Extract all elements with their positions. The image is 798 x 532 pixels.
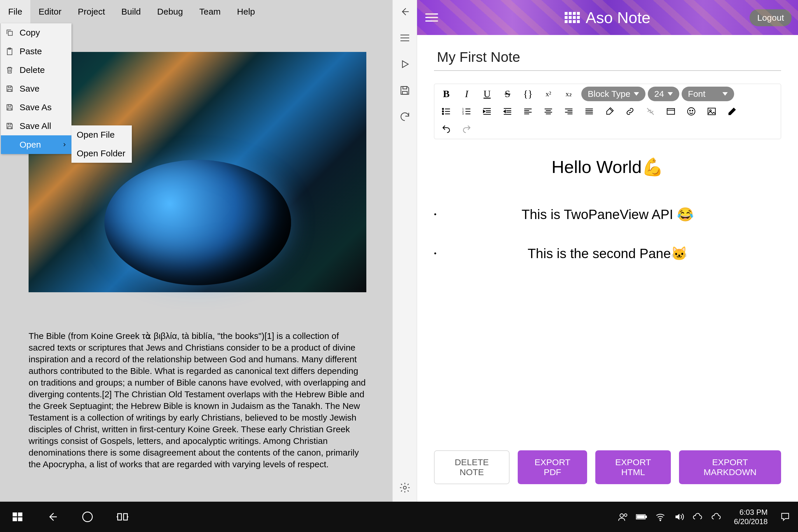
align-left-button[interactable]: [518, 103, 538, 119]
font-select[interactable]: Font: [682, 87, 734, 101]
font-size-select[interactable]: 24: [648, 87, 679, 101]
refresh-icon[interactable]: [398, 110, 412, 124]
settings-icon[interactable]: [398, 481, 412, 495]
subscript-button[interactable]: x₂: [558, 86, 579, 102]
file-delete[interactable]: Delete: [1, 61, 72, 79]
open-submenu: Open File Open Folder: [72, 126, 132, 163]
delete-note-button[interactable]: DELETE NOTE: [434, 450, 510, 484]
play-icon[interactable]: [398, 57, 412, 71]
logout-button[interactable]: Logout: [749, 10, 792, 26]
nebula-image: [28, 52, 366, 292]
svg-point-28: [83, 512, 93, 522]
image-button[interactable]: [701, 103, 722, 119]
hamburger-icon[interactable]: [425, 11, 438, 24]
center-toolstrip: [393, 0, 417, 502]
align-justify-button[interactable]: [579, 103, 600, 119]
file-save-as[interactable]: Save As: [1, 98, 72, 117]
menu-help[interactable]: Help: [229, 0, 263, 23]
svg-rect-3: [8, 89, 12, 91]
redo-button[interactable]: [456, 121, 477, 137]
svg-rect-8: [8, 124, 11, 125]
action-center-icon[interactable]: [778, 510, 792, 524]
file-save[interactable]: Save: [1, 79, 72, 98]
file-dropdown: Copy Paste Delete Save Save As Save All …: [1, 23, 72, 154]
menu-file[interactable]: File: [0, 0, 30, 23]
outdent-button[interactable]: [497, 103, 518, 119]
svg-rect-29: [118, 514, 121, 520]
align-center-button[interactable]: [538, 103, 558, 119]
clock[interactable]: 6:03 PM 6/20/2018: [728, 508, 774, 526]
dropdown-icon: [668, 92, 673, 96]
block-type-select[interactable]: Block Type: [581, 87, 645, 101]
open-file[interactable]: Open File: [72, 126, 132, 144]
copy-icon: [5, 28, 14, 37]
unlink-button[interactable]: [640, 103, 661, 119]
emoji-button[interactable]: [681, 103, 701, 119]
label: Block Type: [588, 89, 630, 99]
italic-button[interactable]: I: [456, 86, 477, 102]
indent-button[interactable]: [477, 103, 497, 119]
menu-build[interactable]: Build: [113, 0, 149, 23]
editor-content[interactable]: Hello World💪 This is TwoPaneView API 😂 T…: [434, 157, 781, 285]
export-pdf-button[interactable]: EXPORT PDF: [518, 450, 587, 484]
task-view-button[interactable]: [105, 502, 140, 532]
back-nav-button[interactable]: [35, 502, 70, 532]
export-markdown-button[interactable]: EXPORT MARKDOWN: [679, 450, 781, 484]
svg-point-19: [687, 108, 695, 115]
svg-rect-26: [13, 517, 17, 521]
svg-rect-7: [8, 127, 12, 129]
label: Paste: [20, 46, 42, 56]
label: Open: [20, 140, 41, 150]
file-copy[interactable]: Copy: [1, 23, 72, 42]
ol-button[interactable]: 123: [456, 103, 477, 119]
export-html-button[interactable]: EXPORT HTML: [595, 450, 670, 484]
link-button[interactable]: [620, 103, 640, 119]
align-right-button[interactable]: [558, 103, 579, 119]
undo-button[interactable]: [436, 121, 456, 137]
label: Save As: [20, 102, 52, 112]
taskbar: 6:03 PM 6/20/2018: [0, 502, 798, 532]
start-button[interactable]: [0, 502, 35, 532]
svg-point-14: [442, 113, 444, 114]
people-icon[interactable]: [616, 510, 630, 524]
menu-icon[interactable]: [398, 31, 412, 45]
bold-button[interactable]: B: [436, 86, 456, 102]
menu-debug[interactable]: Debug: [149, 0, 191, 23]
svg-rect-4: [8, 86, 11, 88]
svg-rect-34: [646, 516, 647, 518]
svg-rect-0: [8, 31, 12, 35]
eraser-button[interactable]: [722, 103, 742, 119]
embed-button[interactable]: [661, 103, 681, 119]
menu-team[interactable]: Team: [191, 0, 229, 23]
blank-icon: [5, 140, 14, 149]
menubar: File Editor Project Build Debug Team Hel…: [0, 0, 393, 23]
onedrive-icon[interactable]: [691, 510, 705, 524]
svg-text:3: 3: [462, 112, 464, 115]
strikethrough-button[interactable]: S: [497, 86, 518, 102]
superscript-button[interactable]: x²: [538, 86, 558, 102]
grid-icon: [565, 12, 580, 23]
cortana-button[interactable]: [70, 502, 105, 532]
note-body: My First Note B I U S {} x² x₂ Block Typ…: [419, 37, 796, 502]
file-open[interactable]: Open: [1, 135, 72, 154]
back-icon[interactable]: [398, 5, 412, 19]
note-title[interactable]: My First Note: [434, 49, 781, 71]
file-paste[interactable]: Paste: [1, 42, 72, 61]
save-icon[interactable]: [398, 83, 412, 97]
menu-project[interactable]: Project: [70, 0, 113, 23]
code-button[interactable]: {}: [518, 86, 538, 102]
onedrive-icon-2[interactable]: [709, 510, 723, 524]
file-save-all[interactable]: Save All: [1, 117, 72, 135]
volume-icon[interactable]: [672, 510, 686, 524]
body-text: The Bible (from Koine Greek τὰ βιβλία, t…: [28, 330, 367, 470]
svg-point-20: [689, 110, 690, 111]
battery-icon[interactable]: [635, 510, 649, 524]
wifi-icon[interactable]: [653, 510, 667, 524]
open-folder[interactable]: Open Folder: [72, 144, 132, 163]
underline-button[interactable]: U: [477, 86, 497, 102]
svg-rect-10: [403, 87, 406, 89]
color-picker-button[interactable]: [600, 103, 620, 119]
ul-button[interactable]: [436, 103, 456, 119]
label: Save: [20, 84, 39, 94]
menu-editor[interactable]: Editor: [30, 0, 70, 23]
